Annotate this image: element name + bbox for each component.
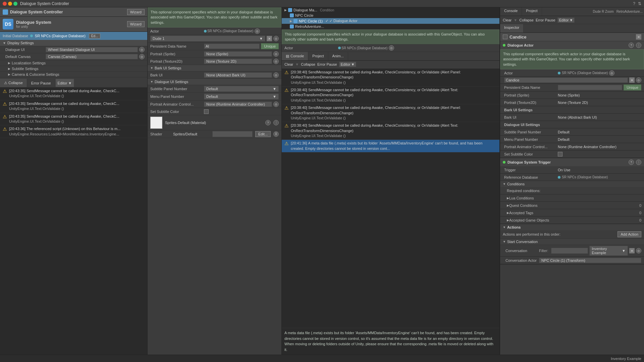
hierarchy-dialogue-ma[interactable]: ▶ Dialogue Ma... Condition [282,7,499,13]
insp-collapse-btn[interactable]: Collapse [519,18,534,22]
right-unique-btn[interactable]: Unique [624,84,641,90]
candice-active-checkbox[interactable] [503,35,507,39]
left-error-pause-tab[interactable]: Error Pause [27,79,55,87]
right-project-tab[interactable]: Project [522,7,542,16]
right-console-tab[interactable]: Console [500,7,522,16]
left-console-tab[interactable]: ⚠ Collapse [0,79,27,87]
material-info-btn[interactable]: ? [265,120,271,125]
shader-list-btn[interactable]: ☰ [273,131,279,137]
trigger-info-btn[interactable]: ? [629,160,634,165]
unique-button[interactable]: Unique [261,43,279,49]
da-info-btn[interactable]: ? [629,43,634,48]
portrait-animator-value[interactable]: None (Runtime Animator Controller) [204,102,272,107]
bark-ui-value[interactable]: None (Abstract Bark UI) [204,72,272,78]
inventory-dropdown[interactable]: Inventory Example ▼ [589,246,628,256]
log2-item-5[interactable]: ⚠ [20:41:36] A meta data file (.meta) ex… [282,140,499,153]
insp-clear-btn[interactable]: Clear [503,18,512,22]
log2-item-4[interactable]: ⚠ [20:38:40] SendMessage cannot be calle… [282,122,499,140]
filter-input[interactable] [551,248,588,254]
wizard-button[interactable]: Wizard [127,9,145,15]
log-item-3[interactable]: ⚠ [20:43:35] SendMessage cannot be calle… [0,113,147,126]
log2-item-2[interactable]: ⚠ [20:38:40] SendMessage cannot be calle… [282,86,499,104]
log2-item-1[interactable]: ⚠ [20:38:40] SendMessage cannot be calle… [282,69,499,86]
dialogue-ui-settings-section[interactable]: ▼ Dialogue UI Settings [148,79,281,85]
default-canvas-value[interactable]: Canvas (Canvas) [46,54,138,59]
console-tab-project[interactable]: Project [308,52,328,60]
conditions-header[interactable]: ▼ Conditions [500,181,644,187]
menu-panel-dropdown[interactable]: Default ▼ [204,94,279,100]
actor-name-dropdown[interactable]: Dude 1 ▼ [150,36,265,42]
lua-conditions-row[interactable]: ▶ Lua Conditions [500,194,644,202]
candice-clear-btn[interactable]: ✕ [629,77,635,83]
wizard-btn-2[interactable]: Wizard [127,21,145,27]
right-actor-circle[interactable]: ◎ [609,70,614,76]
subtitle-panel-dropdown[interactable]: Default ▼ [204,86,279,92]
persistent-input[interactable] [204,44,260,49]
set-subtitle-checkbox[interactable] [204,109,209,114]
right-subtitle-checkbox[interactable] [558,152,562,157]
localization-settings[interactable]: ▶ Localization Settings [0,60,147,66]
maximize-button[interactable] [13,2,17,6]
collapse-button[interactable]: Collapse [301,62,315,66]
hierarchy-icon-4 [290,24,294,28]
subtitle-settings[interactable]: ▶ Subtitle Settings [0,66,147,72]
dialogue-trigger-header[interactable]: Dialogue System Trigger ? ⋮ [500,158,644,166]
log-item-2[interactable]: ⚠ [20:43:35] SendMessage cannot be calle… [0,100,147,113]
hierarchy-npc-circle[interactable]: NPC Circle [282,13,499,18]
close-button[interactable] [3,2,7,6]
add-action-button[interactable]: Add Action [618,231,641,237]
camera-settings[interactable]: ▶ Camera & Cutscene Settings [0,72,147,77]
display-settings-header[interactable]: ▼ Display Settings [0,40,147,46]
accepted-tags-row[interactable]: ▶ Accepted Tags 0 [500,209,644,217]
bark-ui-settings-section[interactable]: ▼ Bark UI Settings [148,65,281,71]
inventory-clear-btn[interactable]: ✕ [629,248,635,253]
left-editor-dropdown[interactable]: Editor ▼ [55,79,74,87]
hierarchy-npc-circle-1[interactable]: ▶ NPC Circle (1) ✓ ✓ Dialogue Actor [282,18,499,24]
error-pause-button[interactable]: Error Pause [317,62,337,66]
conv-actor-value[interactable]: NPC Circle (1) (Transform) [539,258,641,263]
settings-icon[interactable]: ⇅ [638,1,641,6]
shader-search[interactable] [212,131,252,137]
center-actor-circle[interactable]: ◎ [389,45,394,51]
dialogue-actor-header[interactable]: Dialogue Actor ? ⋮ [500,41,644,49]
portrait-tex-btn[interactable]: ◎ [273,59,279,64]
accepted-objects-row[interactable]: ▶ Accepted Game Objects 0 [500,217,644,224]
clear-button[interactable]: Clear [284,62,293,66]
insp-editor-dropdown[interactable]: Editor ▼ [557,17,575,23]
help-icon[interactable]: ? [633,1,635,6]
portrait-sprite-value[interactable]: None (Sprite) [204,51,272,57]
actor-circle-btn[interactable]: ◎ [255,28,260,34]
candice-circle-btn[interactable]: ◎ [636,77,641,83]
log-item-1[interactable]: ⚠ [20:43:35] SendMessage cannot be calle… [0,87,147,100]
da-menu-btn[interactable]: ⋮ [636,43,641,48]
quest-conditions-row[interactable]: ▶ Quest Conditions 0 [500,202,644,209]
start-conv-header[interactable]: ▼ Start Conversation [500,239,644,245]
portrait-animator-btn[interactable]: ◎ [273,102,279,107]
portrait-sprite-btn[interactable]: ◎ [273,51,279,57]
log-item-4[interactable]: ⚠ [20:43:36] The referenced script (Unkn… [0,125,147,138]
hierarchy-icon-1 [288,8,292,12]
actor-clear-btn[interactable]: ✕ [267,36,272,41]
trigger-menu-btn[interactable]: ⋮ [636,160,641,165]
default-canvas-select[interactable]: ◎ [139,54,145,59]
log2-item-3[interactable]: ⚠ [20:38:40] SendMessage cannot be calle… [282,104,499,122]
hierarchy-retro[interactable]: RetroAdventure... [282,24,499,29]
minimize-button[interactable] [8,2,12,6]
db-edit-button[interactable]: Ed... [89,34,101,39]
inspector-tab[interactable]: Inspector [500,24,524,33]
console-tab-console[interactable]: ▤ Console [282,52,308,60]
dialogue-ui-value[interactable]: Wheel Standard Dialogue UI [46,47,138,52]
candice-close-btn[interactable]: ✕ [636,34,641,40]
portrait-tex-value[interactable]: None (Texture 2D) [204,59,272,64]
insp-error-pause-btn[interactable]: Error Pause [536,18,555,22]
right-persistent-input[interactable] [558,85,622,90]
editor-dropdown[interactable]: Editor ▼ [339,62,357,67]
dialogue-ui-select[interactable]: ◎ [139,47,145,52]
material-menu-btn[interactable]: ⋮ [273,120,279,125]
actor-name-circle[interactable]: ◎ [273,36,279,41]
console-tab-anim[interactable]: Anim... [328,52,348,60]
shader-edit-btn[interactable]: Edit... [255,131,271,137]
candice-name-input[interactable] [504,77,628,83]
inventory-circle-btn[interactable]: ◎ [636,248,641,253]
bark-ui-btn[interactable]: ◎ [273,72,279,78]
